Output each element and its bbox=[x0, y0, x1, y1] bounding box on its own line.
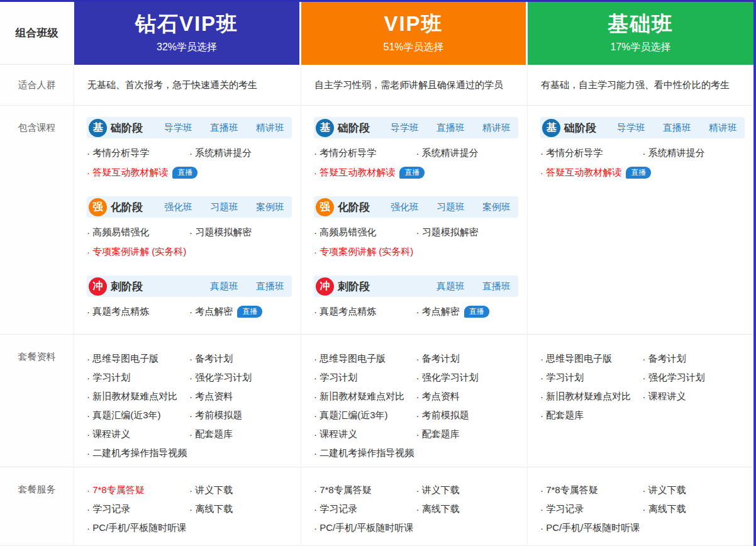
item-row: 7*8专属答疑讲义下载 bbox=[314, 481, 518, 499]
stage-link[interactable]: 直播班 bbox=[482, 281, 511, 292]
course-item: 系统精讲提分 bbox=[189, 147, 252, 159]
plan-title: 基础班 bbox=[608, 13, 674, 35]
item-row: 思维导图电子版备考计划 bbox=[87, 349, 292, 368]
material-item: 考前模拟题 bbox=[416, 410, 469, 421]
course-item: 考点解密直播 bbox=[416, 306, 489, 318]
services-cell: 7*8专属答疑讲义下载学习记录离线下载PC/手机/平板随时听课 bbox=[528, 467, 753, 546]
item-row: PC/手机/平板随时听课 bbox=[87, 518, 292, 537]
stage-section: 强化阶段强化班习题班案例班高频易错强化习题模拟解密专项案例讲解 (实务科) bbox=[87, 196, 292, 262]
stage-bar: 基础阶段导学班直播班精讲班 bbox=[314, 117, 518, 138]
live-badge: 直播 bbox=[237, 306, 262, 318]
item-row: 课程讲义配套题库 bbox=[87, 425, 292, 443]
courses-cell: 基础阶段导学班直播班精讲班考情分析导学系统精讲提分答疑互动教材解读直播强化阶段强… bbox=[74, 106, 301, 335]
stage-link[interactable]: 强化班 bbox=[391, 201, 419, 213]
plan-subtitle: 17%学员选择 bbox=[610, 41, 670, 54]
course-item: 真题考点精炼 bbox=[314, 306, 416, 318]
item-row: 7*8专属答疑讲义下载 bbox=[87, 481, 292, 499]
service-item: 讲义下载 bbox=[189, 484, 233, 496]
stage-title: 刺阶段 bbox=[338, 279, 370, 294]
service-item: 7*8专属答疑 bbox=[87, 484, 189, 496]
item-row: 答疑互动教材解读直播 bbox=[87, 163, 292, 182]
stage-link[interactable]: 习题班 bbox=[436, 201, 465, 213]
stage-links: 真题班直播班 bbox=[419, 281, 511, 292]
stage-link[interactable]: 直播班 bbox=[256, 281, 284, 292]
stage-bar: 冲刺阶段真题班直播班 bbox=[87, 276, 292, 297]
item-row: 高频易错强化习题模拟解密 bbox=[314, 223, 518, 242]
stage-link[interactable]: 习题班 bbox=[210, 201, 238, 213]
stage-bar: 冲刺阶段真题班直播班 bbox=[314, 276, 518, 297]
stage-link[interactable]: 精讲班 bbox=[256, 122, 284, 134]
item-row: 真题汇编(近3年)考前模拟题 bbox=[87, 406, 292, 425]
materials-cell: 思维导图电子版备考计划学习计划强化学习计划新旧教材疑难点对比考点资料真题汇编(近… bbox=[301, 335, 528, 467]
stage-link[interactable]: 直播班 bbox=[436, 122, 465, 134]
course-item: 考情分析导学 bbox=[540, 147, 643, 159]
stage-bar: 强化阶段强化班习题班案例班 bbox=[87, 196, 292, 218]
row-label-materials: 套餐资料 bbox=[0, 335, 74, 467]
item-row: 学习计划强化学习计划 bbox=[314, 368, 518, 387]
stage-links: 强化班习题班案例班 bbox=[373, 201, 511, 213]
plan-header-vip: VIP班51%学员选择 bbox=[301, 2, 528, 65]
audience-cell: 自主学习性弱，需老师讲解且确保通过的学员 bbox=[301, 65, 528, 106]
item-row: 学习记录离线下载 bbox=[87, 499, 292, 518]
material-item: 配套题库 bbox=[540, 410, 584, 421]
courses-cell: 基础阶段导学班直播班精讲班考情分析导学系统精讲提分答疑互动教材解读直播 bbox=[528, 106, 753, 335]
service-item: PC/手机/平板随时听课 bbox=[87, 522, 186, 534]
service-item: 学习记录 bbox=[314, 503, 416, 515]
item-row: 真题考点精炼考点解密直播 bbox=[87, 302, 292, 321]
courses-cell: 基础阶段导学班直播班精讲班考情分析导学系统精讲提分答疑互动教材解读直播强化阶段强… bbox=[301, 106, 528, 335]
audience-text: 自主学习性弱，需老师讲解且确保通过的学员 bbox=[314, 79, 503, 91]
stage-link[interactable]: 精讲班 bbox=[709, 122, 737, 134]
course-item: 高频易错强化 bbox=[87, 226, 189, 238]
stage-link[interactable]: 强化班 bbox=[164, 201, 192, 213]
stage-link[interactable]: 精讲班 bbox=[482, 122, 511, 134]
plan-subtitle: 51%学员选择 bbox=[383, 41, 443, 54]
stage-section: 强化阶段强化班习题班案例班高频易错强化习题模拟解密专项案例讲解 (实务科) bbox=[314, 196, 518, 262]
material-item: 二建机考操作指导视频 bbox=[314, 447, 414, 459]
item-row: 配套题库 bbox=[540, 406, 745, 425]
stage-title: 础阶段 bbox=[564, 121, 596, 135]
item-row: 7*8专属答疑讲义下载 bbox=[540, 481, 745, 499]
service-item: 离线下载 bbox=[643, 503, 686, 515]
services-cell: 7*8专属答疑讲义下载学习记录离线下载PC/手机/平板随时听课 bbox=[74, 467, 301, 546]
stage-link[interactable]: 直播班 bbox=[210, 122, 238, 134]
course-item: 高频易错强化 bbox=[314, 226, 416, 238]
stage-badge: 强 bbox=[316, 198, 334, 216]
comparison-table: 组合班级 钻石VIP班32%学员选择 VIP班51%学员选择 基础班17%学员选… bbox=[0, 2, 753, 546]
audience-cell: 无基础、首次报考，急于快速通关的考生 bbox=[74, 65, 301, 106]
stage-badge: 基 bbox=[316, 119, 334, 137]
material-item: 二建机考操作指导视频 bbox=[87, 447, 187, 459]
course-item: 习题模拟解密 bbox=[416, 226, 479, 238]
material-item: 考前模拟题 bbox=[189, 410, 242, 421]
stage-link[interactable]: 导学班 bbox=[391, 122, 419, 134]
stage-link[interactable]: 直播班 bbox=[663, 122, 691, 134]
material-item: 配套题库 bbox=[416, 428, 460, 440]
row-label-services: 套餐服务 bbox=[0, 467, 74, 546]
material-item: 新旧教材疑难点对比 bbox=[87, 391, 189, 403]
material-item: 备考计划 bbox=[416, 353, 460, 365]
stage-link[interactable]: 导学班 bbox=[164, 122, 192, 134]
stage-link[interactable]: 案例班 bbox=[482, 201, 511, 213]
stage-link[interactable]: 真题班 bbox=[210, 281, 238, 292]
course-comparison-page: 组合班级 钻石VIP班32%学员选择 VIP班51%学员选择 基础班17%学员选… bbox=[0, 0, 756, 546]
course-item: 答疑互动教材解读直播 bbox=[540, 167, 651, 179]
item-row: 学习记录离线下载 bbox=[540, 499, 745, 518]
item-row: 真题汇编(近3年)考前模拟题 bbox=[314, 406, 518, 425]
service-item: 离线下载 bbox=[189, 503, 233, 515]
audience-cell: 有基础，自主学习能力强、看中性价比的考生 bbox=[528, 65, 753, 106]
material-item: 学习计划 bbox=[540, 372, 643, 384]
stage-title: 础阶段 bbox=[111, 121, 143, 135]
item-row: 学习计划强化学习计划 bbox=[87, 368, 292, 387]
material-item: 备考计划 bbox=[189, 353, 233, 365]
service-item: 7*8专属答疑 bbox=[540, 484, 643, 496]
material-item: 真题汇编(近3年) bbox=[87, 410, 189, 421]
stage-section: 基础阶段导学班直播班精讲班考情分析导学系统精讲提分答疑互动教材解读直播 bbox=[540, 117, 745, 182]
services-cell: 7*8专属答疑讲义下载学习记录离线下载PC/手机/平板随时听课 bbox=[301, 467, 528, 546]
stage-link[interactable]: 案例班 bbox=[256, 201, 284, 213]
stage-link[interactable]: 真题班 bbox=[436, 281, 465, 292]
service-item: PC/手机/平板随时听课 bbox=[314, 522, 413, 534]
stage-link[interactable]: 导学班 bbox=[617, 122, 645, 134]
material-item: 强化学习计划 bbox=[189, 372, 252, 384]
service-item: 学习记录 bbox=[87, 503, 189, 515]
item-row: 答疑互动教材解读直播 bbox=[314, 163, 518, 182]
materials-cell: 思维导图电子版备考计划学习计划强化学习计划新旧教材疑难点对比考点资料真题汇编(近… bbox=[74, 335, 301, 467]
